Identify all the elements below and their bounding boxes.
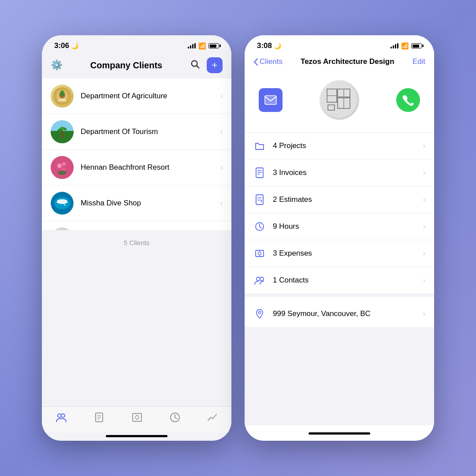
estimates-label: 2 Estimates [273, 195, 423, 204]
right-empty-space [245, 327, 434, 425]
svg-point-66 [257, 277, 260, 281]
chevron-right-icon: › [423, 223, 425, 231]
tab-reports[interactable] [207, 412, 218, 423]
address-label: 999 Seymour, Vancouver, BC [273, 309, 423, 318]
left-phone-screen: 3:06 🌙 📶 ⚙️ Company Clients [42, 35, 231, 441]
left-time: 3:06 [54, 41, 69, 50]
svg-point-14 [57, 164, 62, 168]
tab-time[interactable] [169, 412, 181, 423]
svg-rect-52 [256, 168, 263, 178]
empty-space [42, 255, 231, 407]
chevron-right-icon: › [423, 142, 425, 150]
right-time: 3:08 [257, 41, 272, 50]
chevron-right-icon: › [423, 249, 425, 257]
edit-button[interactable]: Edit [413, 57, 425, 66]
battery-icon [208, 43, 219, 48]
hours-item[interactable]: 9 Hours › [245, 213, 434, 240]
list-item[interactable]: Missha Dive Shop › [42, 186, 231, 221]
detail-list: 4 Projects › 3 Invoices › [245, 133, 434, 294]
tab-clients[interactable] [55, 411, 67, 424]
signal-icon [188, 43, 196, 48]
client-list: AGRI Department Of Agriculture › [42, 78, 231, 230]
client-name: Department Of Agriculture [81, 92, 220, 100]
chevron-right-icon: › [220, 164, 223, 171]
signal-icon [390, 43, 398, 48]
svg-point-63 [258, 252, 261, 255]
avatar [51, 192, 74, 215]
svg-rect-43 [265, 96, 276, 104]
invoices-item[interactable]: 3 Invoices › [245, 160, 434, 186]
left-nav-bar: ⚙️ Company Clients + [42, 54, 231, 78]
contacts-item[interactable]: 1 Contacts › [245, 267, 434, 294]
search-button[interactable] [190, 59, 200, 71]
client-action-header [245, 71, 434, 133]
projects-label: 4 Projects [273, 141, 423, 150]
right-home-area [245, 425, 434, 441]
contacts-label: 1 Contacts [273, 276, 423, 285]
invoice-icon [253, 167, 266, 179]
list-item[interactable]: Hennan Beachfront Resort › [42, 150, 231, 186]
svg-text:AGRI: AGRI [58, 99, 66, 102]
left-status-icons: 📶 [188, 42, 219, 49]
svg-point-12 [60, 127, 64, 130]
tab-bar [42, 406, 231, 432]
right-status-bar: 3:08 🌙 📶 [245, 35, 434, 54]
phone-button[interactable] [396, 88, 420, 112]
svg-line-61 [260, 227, 261, 228]
left-status-bar: 3:06 🌙 📶 [42, 35, 231, 54]
hours-label: 9 Hours [273, 222, 423, 231]
client-name: Hennan Beachfront Resort [81, 163, 220, 172]
wifi-icon: 📶 [401, 42, 409, 49]
back-button[interactable]: Clients [253, 57, 283, 66]
svg-point-31 [61, 414, 65, 417]
svg-point-68 [259, 312, 261, 314]
folder-icon [253, 140, 266, 152]
svg-point-15 [62, 162, 66, 166]
estimates-item[interactable]: 2 Estimates › [245, 186, 434, 213]
expense-icon [253, 247, 266, 260]
avatar [51, 120, 74, 143]
client-name: Missha Dive Shop [81, 199, 220, 208]
list-item[interactable]: Tezos Architecture Design › [42, 221, 231, 230]
client-logo [320, 80, 359, 120]
chevron-right-icon: › [423, 276, 425, 284]
detail-page-title: Tezos Architecture Design [286, 57, 409, 66]
tab-documents[interactable] [93, 412, 105, 423]
list-item[interactable]: Department Of Tourism › [42, 114, 231, 150]
svg-rect-56 [256, 195, 263, 205]
tab-expenses[interactable] [131, 412, 143, 423]
battery-icon [411, 43, 422, 48]
svg-point-21 [64, 204, 66, 206]
email-button[interactable] [259, 88, 283, 112]
projects-item[interactable]: 4 Projects › [245, 133, 434, 160]
page-title: Company Clients [90, 60, 162, 71]
expenses-item[interactable]: 3 Expenses › [245, 240, 434, 267]
nav-actions: + [190, 57, 223, 73]
add-client-button[interactable]: + [207, 57, 223, 73]
home-indicator [309, 432, 370, 435]
list-item[interactable]: AGRI Department Of Agriculture › [42, 78, 231, 114]
left-moon-icon: 🌙 [71, 42, 78, 49]
location-icon [253, 308, 266, 320]
settings-button[interactable]: ⚙️ [51, 60, 63, 71]
clock-icon [253, 220, 266, 233]
contacts-icon [253, 274, 266, 286]
avatar [51, 156, 74, 179]
chevron-right-icon: › [423, 310, 425, 318]
svg-point-30 [58, 414, 61, 417]
chevron-right-icon: › [220, 128, 223, 136]
svg-point-22 [63, 203, 65, 205]
estimate-icon [253, 193, 266, 206]
chevron-right-icon: › [423, 169, 425, 177]
clients-count: 5 Clients [42, 230, 231, 255]
svg-point-67 [260, 277, 264, 281]
svg-point-37 [135, 416, 139, 419]
chevron-right-icon: › [220, 199, 223, 207]
client-name: Department Of Tourism [81, 127, 220, 136]
wifi-icon: 📶 [198, 42, 206, 49]
svg-line-1 [197, 66, 199, 68]
address-section: 999 Seymour, Vancouver, BC › [245, 301, 434, 327]
right-status-icons: 📶 [390, 42, 422, 49]
expenses-label: 3 Expenses [273, 249, 423, 258]
address-item[interactable]: 999 Seymour, Vancouver, BC › [245, 301, 434, 327]
